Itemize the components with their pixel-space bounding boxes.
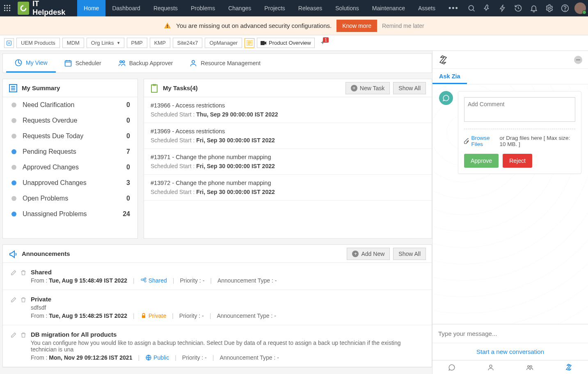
plus-icon: + bbox=[352, 251, 359, 257]
nav-tab-solutions[interactable]: Solutions bbox=[329, 0, 366, 16]
task-title: #13971 - Change the phone number mapping bbox=[151, 154, 425, 160]
svg-rect-1 bbox=[7, 5, 8, 6]
svg-rect-0 bbox=[4, 5, 5, 6]
nav-tab-dashboard[interactable]: Dashboard bbox=[105, 0, 147, 16]
pinned-items-icon[interactable]: 1 bbox=[319, 40, 325, 46]
view-tab-icon bbox=[189, 59, 197, 67]
view-tab-resource-management[interactable]: Resource Management bbox=[181, 54, 269, 73]
bolt-icon[interactable] bbox=[496, 2, 509, 14]
nav-tab-projects[interactable]: Projects bbox=[258, 0, 292, 16]
start-conversation-link[interactable]: Start a new conversation bbox=[432, 343, 588, 360]
approve-button[interactable]: Approve bbox=[464, 154, 499, 168]
add-link-icon[interactable] bbox=[4, 38, 14, 48]
summary-row-approved-changes[interactable]: Approved Changes0 bbox=[3, 160, 137, 175]
user-avatar[interactable] bbox=[574, 2, 586, 14]
reject-button[interactable]: Reject bbox=[503, 154, 532, 168]
tasks-title: My Tasks(4) bbox=[163, 84, 198, 91]
nav-tab-requests[interactable]: Requests bbox=[147, 0, 184, 16]
app-title: IT Helpdesk bbox=[32, 0, 69, 17]
task-item[interactable]: #13969 - Access restrictionsScheduled St… bbox=[144, 123, 432, 149]
view-tab-scheduler[interactable]: Scheduler bbox=[56, 54, 110, 73]
announcement-item[interactable]: SharedFrom : Tue, Aug 9 15:48:49 IST 202… bbox=[3, 263, 432, 290]
help-icon[interactable] bbox=[559, 2, 571, 14]
announcement-actions bbox=[10, 331, 27, 361]
bugs-icon bbox=[10, 210, 19, 218]
summary-row-unassigned-problems[interactable]: Unassigned Problems24 bbox=[3, 206, 137, 222]
know-more-button[interactable]: Know more bbox=[336, 20, 377, 32]
zia-top bbox=[432, 51, 588, 69]
show-all-tasks-button[interactable]: Show All bbox=[393, 82, 426, 94]
edit-icon[interactable] bbox=[10, 296, 17, 319]
quicklink-site24x7[interactable]: Site24x7 bbox=[173, 38, 203, 48]
view-tab-backup-approver[interactable]: Backup Approver bbox=[110, 54, 181, 73]
view-tab-my-view[interactable]: My View bbox=[6, 54, 56, 73]
quicklink-mdm[interactable]: MDM bbox=[62, 38, 84, 48]
edit-icon[interactable] bbox=[10, 332, 17, 361]
new-task-button[interactable]: +New Task bbox=[345, 82, 390, 94]
quicklink-opmanager[interactable]: OpManager bbox=[205, 38, 242, 48]
app-logo bbox=[18, 2, 29, 15]
unapproved-icon bbox=[10, 179, 19, 187]
announcement-item[interactable]: PrivatesdfsdfFrom : Tue, Aug 9 15:48:25 … bbox=[3, 290, 432, 325]
summary-row-need-clarification[interactable]: Need Clarification0 bbox=[3, 97, 137, 113]
app-switcher-icon[interactable] bbox=[0, 0, 14, 16]
product-overview-button[interactable]: Product Overview bbox=[257, 38, 315, 48]
bell-icon[interactable] bbox=[528, 2, 540, 14]
minimize-icon[interactable] bbox=[574, 56, 582, 64]
zia-input-row bbox=[432, 324, 588, 343]
zia-bottombar bbox=[432, 360, 588, 374]
main-layout: My ViewSchedulerBackup ApproverResource … bbox=[0, 51, 588, 374]
svg-rect-32 bbox=[151, 85, 157, 92]
task-title: #13969 - Access restrictions bbox=[151, 128, 425, 135]
browse-files-link[interactable]: Browse Files bbox=[471, 135, 497, 147]
announcement-title: DB migration for All products bbox=[31, 331, 424, 338]
nav-tab-assets[interactable]: Assets bbox=[412, 0, 442, 16]
svg-rect-5 bbox=[9, 7, 10, 9]
quicklink-kmp[interactable]: KMP bbox=[150, 38, 170, 48]
summary-row-requests-overdue[interactable]: Requests Overdue0 bbox=[3, 113, 137, 128]
delete-icon[interactable] bbox=[20, 332, 27, 361]
quicklink-org-links[interactable]: Org Links bbox=[87, 38, 124, 48]
remind-later-button[interactable]: Remind me later bbox=[382, 23, 424, 29]
search-icon[interactable] bbox=[465, 2, 478, 14]
svg-rect-19 bbox=[65, 61, 71, 66]
person-tab-icon[interactable] bbox=[471, 360, 510, 374]
view-tabs: My ViewSchedulerBackup ApproverResource … bbox=[2, 53, 432, 73]
quicklink-uem-products[interactable]: UEM Products bbox=[16, 38, 60, 48]
group-tab-icon[interactable] bbox=[510, 360, 549, 374]
pending-icon bbox=[10, 148, 19, 155]
summary-row-pending-requests[interactable]: Pending Requests7 bbox=[3, 144, 137, 160]
chat-tab-icon[interactable] bbox=[432, 360, 471, 374]
svg-rect-4 bbox=[7, 7, 8, 9]
add-announcement-button[interactable]: +Add New bbox=[347, 248, 390, 260]
task-item[interactable]: #13966 - Access restrictionsScheduled St… bbox=[144, 97, 432, 123]
comment-input[interactable] bbox=[464, 97, 575, 122]
announcement-title: Private bbox=[31, 296, 424, 303]
zia-message-input[interactable] bbox=[432, 324, 588, 343]
task-item[interactable]: #13971 - Change the phone number mapping… bbox=[144, 149, 432, 175]
note-icon[interactable] bbox=[245, 38, 254, 48]
quicklink-pmp[interactable]: PMP bbox=[127, 38, 147, 48]
gear-icon[interactable] bbox=[543, 2, 556, 14]
announcement-item[interactable]: DB migration for All productsYou can con… bbox=[3, 325, 432, 367]
nav-tab-changes[interactable]: Changes bbox=[222, 0, 258, 16]
nav-more-icon[interactable]: ••• bbox=[442, 0, 465, 16]
svg-point-29 bbox=[11, 180, 16, 185]
show-all-announcements-button[interactable]: Show All bbox=[393, 248, 426, 260]
pin-icon[interactable] bbox=[481, 2, 493, 14]
delete-icon[interactable] bbox=[20, 296, 27, 319]
ask-zia-tab[interactable]: Ask Zia bbox=[432, 69, 467, 84]
task-item[interactable]: #13972 - Change the phone number mapping… bbox=[144, 175, 432, 201]
zia-tab-icon[interactable] bbox=[549, 360, 588, 374]
summary-row-requests-due-today[interactable]: Requests Due Today0 bbox=[3, 128, 137, 144]
delete-icon[interactable] bbox=[20, 269, 27, 284]
edit-icon[interactable] bbox=[10, 269, 17, 284]
summary-row-unapproved-changes[interactable]: Unapproved Changes3 bbox=[3, 175, 137, 191]
summary-title: My Summary bbox=[22, 84, 60, 91]
nav-tab-releases[interactable]: Releases bbox=[292, 0, 329, 16]
nav-tab-problems[interactable]: Problems bbox=[184, 0, 222, 16]
nav-tab-maintenance[interactable]: Maintenance bbox=[366, 0, 412, 16]
nav-tab-home[interactable]: Home bbox=[77, 0, 105, 16]
history-icon[interactable] bbox=[512, 2, 524, 14]
summary-row-open-problems[interactable]: Open Problems0 bbox=[3, 191, 137, 206]
